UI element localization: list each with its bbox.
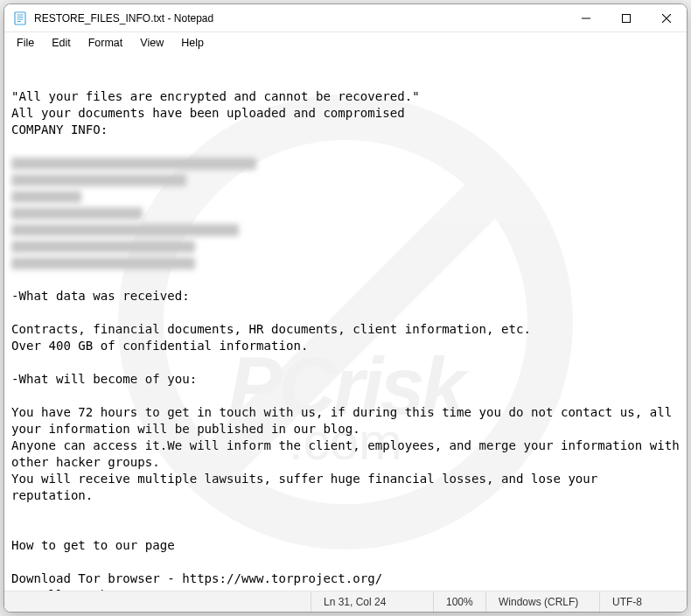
- line: All your documents have been uploaded an…: [11, 106, 405, 120]
- menu-format[interactable]: Format: [80, 35, 132, 51]
- redacted-line: [11, 207, 143, 220]
- notepad-window: RESTORE_FILES_INFO.txt - Notepad File Ed…: [3, 4, 688, 612]
- redacted-line: [11, 191, 81, 203]
- line: -What data was received:: [11, 289, 190, 303]
- line: You will receive multiple lawsuits, suff…: [11, 472, 605, 502]
- statusbar: Ln 31, Col 24 100% Windows (CRLF) UTF-8: [4, 591, 687, 612]
- status-zoom[interactable]: 100%: [433, 592, 485, 612]
- line: -What will become of you:: [11, 372, 197, 386]
- line: Anyone can access it.We will inform the …: [11, 438, 687, 469]
- line: Install Tor browser: [11, 588, 152, 591]
- status-encoding: UTF-8: [599, 592, 687, 612]
- menu-file[interactable]: File: [8, 35, 43, 51]
- redacted-line: [11, 224, 239, 236]
- redacted-line: [11, 241, 195, 253]
- status-lineend: Windows (CRLF): [485, 592, 599, 612]
- redacted-line: [11, 158, 256, 170]
- text-area[interactable]: PCrisk .com "All your files are encrypte…: [4, 53, 687, 591]
- close-button[interactable]: [646, 4, 687, 32]
- svg-rect-6: [623, 14, 631, 22]
- line: Contracts, financial documents, HR docum…: [11, 322, 531, 336]
- line: COMPANY INFO:: [11, 122, 108, 136]
- menubar: File Edit Format View Help: [4, 32, 687, 53]
- redacted-line: [11, 257, 195, 270]
- menu-edit[interactable]: Edit: [43, 35, 80, 51]
- menu-help[interactable]: Help: [172, 35, 213, 51]
- line: "All your files are encrypted and cannot…: [11, 89, 420, 103]
- status-position: Ln 31, Col 24: [311, 592, 433, 612]
- line: How to get to our page: [11, 538, 175, 552]
- maximize-button[interactable]: [606, 4, 646, 32]
- line: Download Tor browser - https://www.torpr…: [11, 571, 382, 585]
- menu-view[interactable]: View: [131, 35, 172, 51]
- redacted-line: [11, 174, 186, 186]
- window-title: RESTORE_FILES_INFO.txt - Notepad: [34, 12, 213, 24]
- line: You have 72 hours to get in touch with u…: [11, 405, 680, 436]
- titlebar[interactable]: RESTORE_FILES_INFO.txt - Notepad: [4, 4, 687, 32]
- line: Over 400 GB of confidential information.: [11, 339, 308, 353]
- minimize-button[interactable]: [566, 4, 606, 32]
- svg-rect-0: [15, 12, 25, 24]
- notepad-icon: [13, 11, 27, 25]
